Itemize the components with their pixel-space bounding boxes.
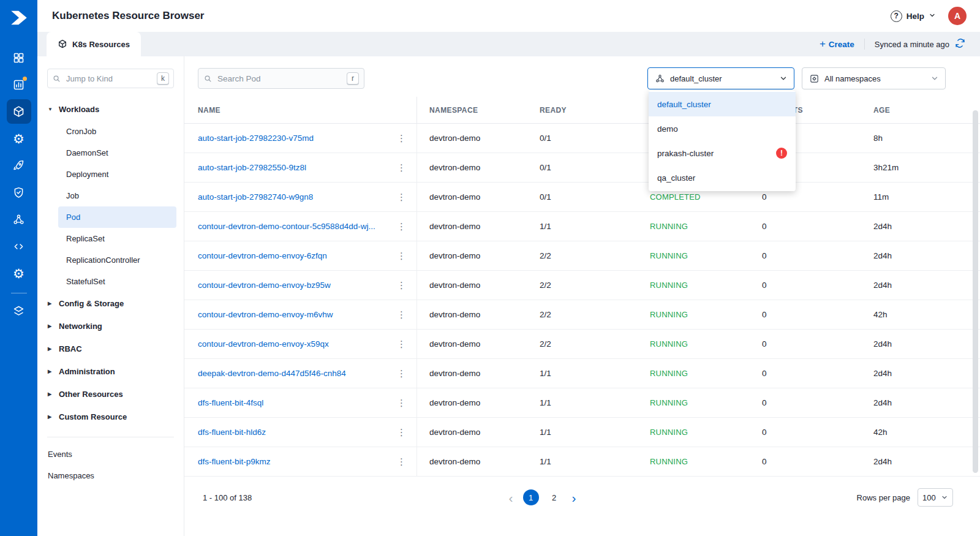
table-row: contour-devtron-demo-envoy-m6vhw⋮ devtro… [184, 300, 980, 330]
table-row: dfs-fluent-bit-4fsql⋮ devtron-demo 1/1 R… [184, 388, 980, 418]
group-administration[interactable]: ▶ Administration [37, 360, 184, 383]
cell-restarts: 0 [750, 251, 861, 260]
sidebar-item-statefulset[interactable]: StatefulSet [58, 271, 176, 292]
top-header: Kubernetes Resource Browser ? Help A [37, 0, 980, 32]
group-workloads[interactable]: ▼ Workloads [37, 98, 184, 121]
cell-ready: 1/1 [527, 398, 638, 407]
cell-ready: 0/1 [527, 192, 638, 202]
row-menu-icon[interactable]: ⋮ [394, 133, 409, 144]
col-namespace[interactable]: NAMESPACE [417, 97, 527, 123]
row-menu-icon[interactable]: ⋮ [394, 162, 409, 173]
jump-to-kind-input[interactable] [66, 74, 152, 83]
row-menu-icon[interactable]: ⋮ [394, 309, 409, 320]
sidebar-item-daemonset[interactable]: DaemonSet [58, 142, 176, 164]
cell-namespace: devtron-demo [417, 163, 527, 172]
code-icon[interactable] [7, 234, 31, 259]
rows-per-page-select[interactable]: 100 [918, 488, 953, 507]
help-menu[interactable]: ? Help [891, 10, 936, 22]
group-rbac[interactable]: ▶ RBAC [37, 338, 184, 360]
config-gear-icon[interactable]: ⚙ [7, 261, 31, 285]
row-menu-icon[interactable]: ⋮ [394, 456, 409, 467]
cell-status: COMPLETED [638, 192, 750, 202]
col-name[interactable]: NAME [198, 97, 417, 123]
page-2-button[interactable]: 2 [546, 489, 562, 505]
cluster-option-default-cluster[interactable]: default_cluster [649, 92, 796, 116]
user-avatar[interactable]: A [948, 7, 967, 25]
vertical-scrollbar[interactable] [973, 110, 978, 473]
rows-per-page: Rows per page 100 [857, 488, 953, 507]
page-1-button[interactable]: 1 [523, 489, 539, 505]
sidebar-item-namespaces[interactable]: Namespaces [37, 465, 184, 486]
sidebar-item-cronjob[interactable]: CronJob [58, 121, 176, 142]
left-nav-rail: ⚙ ⚙ [0, 0, 37, 536]
pod-name-link[interactable]: contour-devtron-demo-envoy-x59qx [198, 339, 329, 349]
group-other-resources[interactable]: ▶ Other Resources [37, 383, 184, 406]
namespace-select[interactable]: All namespaces [802, 67, 946, 89]
resource-browser-cube-icon[interactable] [7, 99, 31, 124]
col-ready[interactable]: READY [527, 97, 638, 123]
row-menu-icon[interactable]: ⋮ [394, 368, 409, 379]
pod-name-link[interactable]: auto-start-job-27982740-w9gn8 [198, 192, 313, 202]
table-row: contour-devtron-demo-envoy-6zfqn⋮ devtro… [184, 241, 980, 271]
table-row: contour-devtron-demo-envoy-bz95w⋮ devtro… [184, 271, 980, 300]
pod-name-link[interactable]: contour-devtron-demo-envoy-6zfqn [198, 251, 327, 260]
settings-gear-icon[interactable]: ⚙ [7, 126, 31, 151]
pod-name-link[interactable]: contour-devtron-demo-envoy-m6vhw [198, 310, 333, 319]
cluster-option-demo[interactable]: demo [649, 116, 796, 141]
stack-manager-layers-icon[interactable] [7, 298, 31, 323]
pod-name-link[interactable]: auto-start-job-27982550-9tz8l [198, 163, 306, 172]
shortcut-key-badge: r [347, 72, 359, 85]
apps-grid-icon[interactable] [7, 45, 31, 70]
rail-divider [11, 293, 27, 293]
deploy-rocket-icon[interactable] [7, 153, 31, 178]
refresh-icon[interactable] [955, 38, 965, 50]
group-custom-resource[interactable]: ▶ Custom Resource [37, 406, 184, 428]
sidebar-item-job[interactable]: Job [58, 185, 176, 206]
app-metrics-icon[interactable] [7, 72, 31, 97]
cell-age: 8h [861, 134, 980, 143]
pod-name-link[interactable]: dfs-fluent-bit-hld6z [198, 428, 266, 437]
sidebar-item-replicationcontroller[interactable]: ReplicationController [58, 249, 176, 271]
group-label: Config & Storage [59, 299, 124, 308]
pod-name-link[interactable]: contour-devtron-demo-contour-5c9588d4dd-… [198, 222, 375, 231]
cell-status: RUNNING [638, 310, 750, 319]
tab-k8s-resources[interactable]: K8s Resources [47, 32, 141, 56]
table-row: dfs-fluent-bit-p9kmz⋮ devtron-demo 1/1 R… [184, 447, 980, 477]
clusters-hub-icon[interactable] [7, 207, 31, 232]
pod-name-link[interactable]: auto-start-job-27982230-v75md [198, 134, 314, 143]
sidebar-item-events[interactable]: Events [37, 444, 184, 465]
group-networking[interactable]: ▶ Networking [37, 315, 184, 338]
prev-page-icon[interactable]: ‹ [507, 491, 516, 504]
jump-to-kind-search[interactable]: k [47, 69, 174, 88]
cell-restarts: 0 [750, 398, 861, 407]
search-icon [52, 74, 61, 83]
search-pod-box[interactable]: r [198, 68, 364, 89]
row-menu-icon[interactable]: ⋮ [394, 251, 409, 262]
security-shield-icon[interactable] [7, 180, 31, 205]
pod-name-link[interactable]: contour-devtron-demo-envoy-bz95w [198, 281, 331, 290]
cluster-option-prakash-cluster[interactable]: prakash-cluster ! [649, 141, 796, 165]
row-menu-icon[interactable]: ⋮ [394, 192, 409, 203]
row-menu-icon[interactable]: ⋮ [394, 427, 409, 438]
create-button[interactable]: + Create [820, 38, 854, 50]
row-menu-icon[interactable]: ⋮ [394, 398, 409, 409]
next-page-icon[interactable]: › [570, 491, 579, 504]
pagination: ‹ 1 2 › [507, 489, 579, 505]
search-pod-input[interactable] [217, 74, 342, 83]
cluster-option-qa-cluster[interactable]: qa_cluster [649, 165, 796, 190]
pod-name-link[interactable]: dfs-fluent-bit-4fsql [198, 398, 263, 407]
pod-name-link[interactable]: deepak-devtron-demo-d447d5f46-cnh84 [198, 369, 346, 378]
group-config-storage[interactable]: ▶ Config & Storage [37, 292, 184, 315]
sidebar-item-pod[interactable]: Pod [58, 206, 176, 228]
pod-name-link[interactable]: dfs-fluent-bit-p9kmz [198, 457, 271, 466]
devtron-logo[interactable] [9, 7, 29, 28]
sidebar-item-deployment[interactable]: Deployment [58, 164, 176, 185]
option-label: qa_cluster [657, 173, 695, 183]
cluster-select[interactable]: default_cluster [647, 67, 794, 89]
row-menu-icon[interactable]: ⋮ [394, 339, 409, 350]
error-icon: ! [776, 148, 787, 159]
row-menu-icon[interactable]: ⋮ [394, 280, 409, 291]
sidebar-item-replicaset[interactable]: ReplicaSet [58, 228, 176, 249]
row-menu-icon[interactable]: ⋮ [394, 221, 409, 232]
col-age[interactable]: AGE [861, 97, 980, 123]
